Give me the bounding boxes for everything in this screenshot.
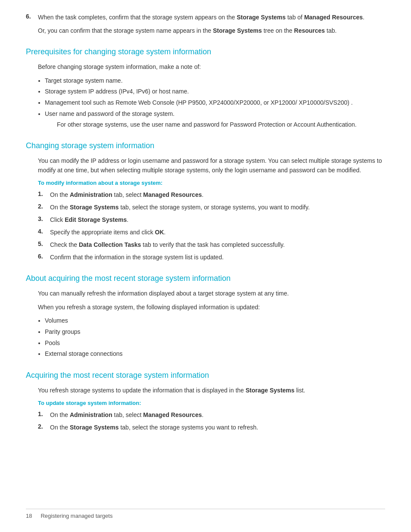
acquire-bullet-4: External storage connections <box>45 349 385 359</box>
acquire-bullet-1: Volumes <box>45 316 385 326</box>
step-num-4: 4. <box>38 228 50 237</box>
bullet-text-4: User name and password of the storage sy… <box>45 110 174 117</box>
step-1-text: On the Administration tab, select Manage… <box>50 190 385 199</box>
section-acquiring-heading: Acquiring the most recent storage system… <box>26 371 385 380</box>
section-acquiring: Acquiring the most recent storage system… <box>26 371 385 432</box>
changing-step-3: 3. Click Edit Storage Systems. <box>38 215 385 224</box>
step-bold2: Managed Resources <box>304 14 363 21</box>
step-number: 6. <box>26 13 38 22</box>
section-changing-body: You can modify the IP address or login u… <box>38 156 385 261</box>
acquiring-bold1: Storage Systems <box>246 387 295 394</box>
changing-step-4: 4. Specify the appropriate items and cli… <box>38 228 385 237</box>
step-text-part1: When the task completes, confirm that th… <box>38 14 237 21</box>
step-text-part2: tab of <box>286 14 304 21</box>
acquiring-step-2-text: On the Storage Systems tab, select the s… <box>50 423 385 432</box>
subbold2: Resources <box>294 27 325 34</box>
subtext-part2: tree on the <box>262 27 294 34</box>
intro-step-6-subtext: Or, you can confirm that the storage sys… <box>38 26 385 35</box>
section-prerequisites-body: Before changing storage system informati… <box>38 62 385 129</box>
step-num-1: 1. <box>38 190 50 199</box>
acquire-bullet-3: Pools <box>45 339 385 348</box>
acquire-bullet-text-3: Pools <box>45 339 60 346</box>
footer-page-number: 18 <box>26 513 32 519</box>
step-num-3: 3. <box>38 215 50 224</box>
prerequisites-bullets: Target storage system name. Storage syst… <box>45 76 385 130</box>
changing-step-6: 6. Confirm that the information in the s… <box>38 253 385 262</box>
acquiring-step-num-1: 1. <box>38 411 50 420</box>
prerequisites-intro: Before changing storage system informati… <box>38 62 385 72</box>
acquiring-step-1: 1. On the Administration tab, select Man… <box>38 411 385 420</box>
footer: 18 Registering managed targets <box>26 513 385 519</box>
section-prerequisites-heading: Prerequisites for changing storage syste… <box>26 47 385 56</box>
bullet-item-3: Management tool such as Remote Web Conso… <box>45 98 385 108</box>
changing-step-1: 1. On the Administration tab, select Man… <box>38 190 385 199</box>
bullet-text-3: Management tool such as Remote Web Conso… <box>45 99 353 106</box>
acquiring-subheading: To update storage system information: <box>38 400 385 406</box>
section-prerequisites: Prerequisites for changing storage syste… <box>26 47 385 129</box>
step-num-5: 5. <box>38 240 50 249</box>
step-text-part3: . <box>363 14 364 21</box>
intro-step-6: 6. When the task completes, confirm that… <box>26 13 385 22</box>
about-acquiring-bullets: Volumes Parity groups Pools External sto… <box>45 316 385 359</box>
bullet-text-2: Storage system IP address (IPv4, IPv6) o… <box>45 88 189 95</box>
acquire-bullet-text-1: Volumes <box>45 317 68 324</box>
step-bold1: Storage Systems <box>237 14 286 21</box>
step-4-text: Specify the appropriate items and click … <box>50 228 385 237</box>
footer-divider <box>26 509 385 509</box>
section-acquiring-body: You refresh storage systems to update th… <box>38 386 385 432</box>
footer-area: 18 Registering managed targets <box>0 509 411 532</box>
section-about-acquiring-heading: About acquiring the most recent storage … <box>26 274 385 283</box>
prerequisites-note: For other storage systems, use the user … <box>57 120 385 129</box>
changing-subheading: To modify information about a storage sy… <box>38 180 385 186</box>
bullet-item-4: User name and password of the storage sy… <box>45 109 385 130</box>
section-about-acquiring-body: You can manually refresh the information… <box>38 289 385 359</box>
bullet-text-1: Target storage system name. <box>45 77 123 84</box>
intro-section: 6. When the task completes, confirm that… <box>26 13 385 35</box>
step-num-2: 2. <box>38 203 50 212</box>
acquiring-body1: You refresh storage systems to update th… <box>38 386 385 395</box>
changing-step-2: 2. On the Storage Systems tab, select th… <box>38 203 385 212</box>
page-container: 6. When the task completes, confirm that… <box>0 0 411 532</box>
changing-step-5: 5. Check the Data Collection Tasks tab t… <box>38 240 385 249</box>
step-2-text: On the Storage Systems tab, select the s… <box>50 203 385 212</box>
section-changing-heading: Changing storage system information <box>26 141 385 150</box>
subbold1: Storage Systems <box>213 27 262 34</box>
acquiring-steps: 1. On the Administration tab, select Man… <box>38 411 385 432</box>
subtext-part3: tab. <box>325 27 336 34</box>
step-text: When the task completes, confirm that th… <box>38 13 385 22</box>
acquiring-body1-end: list. <box>295 387 305 394</box>
changing-steps: 1. On the Administration tab, select Man… <box>38 190 385 262</box>
about-acquiring-body2: When you refresh a storage system, the f… <box>38 303 385 312</box>
changing-body1: You can modify the IP address or login u… <box>38 156 385 175</box>
acquire-bullet-text-2: Parity groups <box>45 328 80 335</box>
acquiring-step-num-2: 2. <box>38 423 50 432</box>
acquiring-step-1-text: On the Administration tab, select Manage… <box>50 411 385 420</box>
bullet-item-1: Target storage system name. <box>45 76 385 86</box>
step-5-text: Check the Data Collection Tasks tab to v… <box>50 240 385 249</box>
step-3-text: Click Edit Storage Systems. <box>50 215 385 224</box>
acquiring-body1-text: You refresh storage systems to update th… <box>38 387 246 394</box>
footer-text: Registering managed targets <box>40 513 112 519</box>
acquiring-step-2: 2. On the Storage Systems tab, select th… <box>38 423 385 432</box>
step-6-text: Confirm that the information in the stor… <box>50 253 385 262</box>
section-about-acquiring: About acquiring the most recent storage … <box>26 274 385 359</box>
subtext-part1: Or, you can confirm that the storage sys… <box>38 27 213 34</box>
step-num-6: 6. <box>38 253 50 262</box>
section-changing: Changing storage system information You … <box>26 141 385 261</box>
bullet-item-2: Storage system IP address (IPv4, IPv6) o… <box>45 87 385 96</box>
about-acquiring-body1: You can manually refresh the information… <box>38 289 385 299</box>
acquire-bullet-text-4: External storage connections <box>45 350 123 357</box>
acquire-bullet-2: Parity groups <box>45 327 385 337</box>
